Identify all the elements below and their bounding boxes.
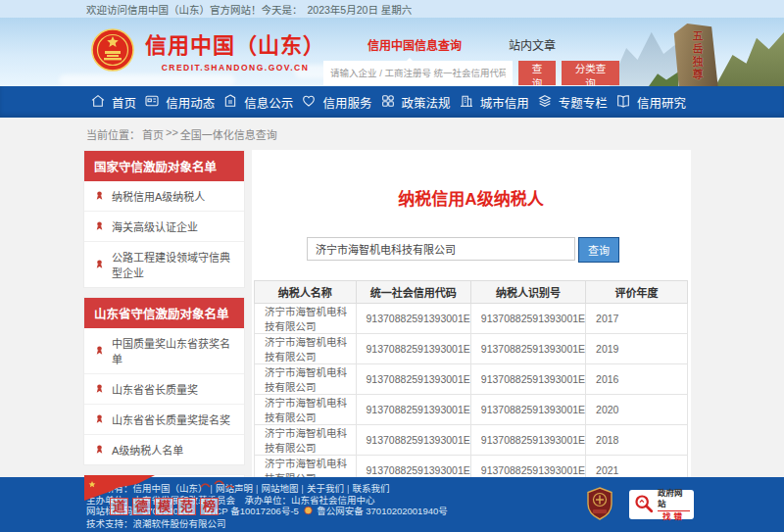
mountain-ridge — [715, 29, 784, 86]
footer-badges: 政府网站 找错 — [586, 487, 694, 522]
table-cell: 91370882591393001E — [356, 395, 470, 425]
table-cell: 济宁市海智机电科技有限公司 — [255, 425, 357, 456]
company-search-input[interactable] — [307, 237, 575, 261]
book-icon — [615, 93, 631, 112]
nav-item-信用动态[interactable]: 信用动态 — [144, 93, 215, 112]
nav-item-政策法规[interactable]: 政策法规 — [380, 93, 451, 112]
nav-item-信息公示[interactable]: 信息公示 — [222, 93, 293, 112]
breadcrumb-home-link[interactable]: 首页 — [142, 126, 164, 142]
medal-icon — [94, 444, 105, 457]
banner-character: 范 — [177, 498, 196, 515]
banner-character: 榜 — [200, 498, 219, 515]
banner-text: 道德模范榜 — [84, 497, 244, 515]
main-navigation: 首页信用动态信息公示信用服务政策法规城市信用专题专栏信用研究 — [0, 86, 784, 118]
nav-label: 城市信用 — [480, 93, 529, 112]
table-cell: 91370882591393001E — [470, 364, 585, 395]
footer-link[interactable]: 网站地图 — [261, 483, 298, 494]
welcome-bar: 欢迎访问信用中国（山东）官方网站！今天是： 2023年5月20日 星期六 — [0, 0, 784, 18]
table-cell: 2020 — [586, 395, 688, 425]
sidebar-item-label: 山东省省长质量奖提名奖 — [112, 411, 230, 427]
header-tab-credit-query[interactable]: 信用中国信息查询 — [368, 36, 462, 53]
table-row[interactable]: 济宁市海智机电科技有限公司91370882591393001E913708825… — [255, 364, 688, 395]
footer-link[interactable]: 关于我们 — [307, 483, 344, 494]
breadcrumb-prefix: 当前位置： — [86, 126, 140, 142]
nav-item-信用研究[interactable]: 信用研究 — [615, 93, 686, 112]
table-header-cell: 统一社会信用代码 — [356, 281, 470, 304]
nav-item-信用服务[interactable]: 信用服务 — [301, 93, 371, 112]
table-cell: 91370882591393001E — [470, 395, 585, 425]
table-cell: 91370882591393001E — [470, 334, 585, 364]
footer-separator: | — [344, 483, 352, 494]
nav-item-首页[interactable]: 首页 — [90, 93, 136, 112]
nav-label: 信用服务 — [322, 93, 371, 112]
content-area: 国家守信激励对象名单纳税信用A级纳税人海关高级认证企业公路工程建设领域守信典型企… — [83, 150, 691, 532]
birds-decoration — [199, 479, 238, 497]
footer-link[interactable]: 联系我们 — [352, 483, 389, 494]
wuyuedz-stone: 五岳独尊 — [670, 24, 723, 86]
company-search: 查询 — [307, 237, 688, 263]
sidebar-item[interactable]: A级纳税人名单 — [84, 435, 244, 464]
header-search-input[interactable] — [323, 61, 513, 85]
nav-label: 政策法规 — [402, 93, 451, 112]
sidebar-item-label: 中国质量奖山东省获奖名单 — [112, 335, 234, 366]
news-icon — [144, 93, 160, 112]
gov-badge-title: 政府网站 — [658, 488, 690, 511]
nav-item-城市信用[interactable]: 城市信用 — [459, 93, 529, 112]
welcome-text: 欢迎访问信用中国（山东）官方网站！今天是： — [86, 2, 303, 17]
site-title: 信用中国（山东） — [145, 27, 325, 59]
nav-label: 信用动态 — [166, 93, 215, 112]
site-domain: CREDIT.SHANDONG.GOV.CN — [162, 63, 310, 73]
shield-badge-icon[interactable] — [586, 487, 613, 522]
table-row[interactable]: 济宁市海智机电科技有限公司91370882591393001E913708825… — [255, 425, 688, 456]
table-cell: 济宁市海智机电科技有限公司 — [255, 364, 357, 395]
sidebar-section-1: 山东省守信激励对象名单中国质量奖山东省获奖名单山东省省长质量奖山东省省长质量奖提… — [83, 297, 245, 465]
security-badge-icon — [304, 506, 313, 518]
banner-character: 道 — [110, 498, 128, 515]
sidebar-item[interactable]: 山东省省长质量奖 — [84, 374, 244, 405]
sidebar-item-label: 山东省省长质量奖 — [112, 381, 198, 397]
table-row[interactable]: 济宁市海智机电科技有限公司91370882591393001E913708825… — [255, 304, 688, 334]
header-search-button[interactable]: 查询 — [518, 61, 556, 85]
breadcrumb-current: 全国一体化信息查询 — [180, 126, 277, 142]
table-cell: 济宁市海智机电科技有限公司 — [255, 334, 357, 364]
sidebar-item[interactable]: 海关高级认证企业 — [84, 212, 244, 242]
footer-separator: | — [253, 483, 261, 494]
sidebar-section-title: 山东省守信激励对象名单 — [84, 298, 244, 328]
footer-security-record-link[interactable]: 鲁公网安备 37010202001940号 — [317, 506, 448, 516]
sidebar-item[interactable]: 纳税信用A级纳税人 — [84, 181, 244, 212]
nav-label: 信用研究 — [637, 93, 686, 112]
sidebar-section-title: 国家守信激励对象名单 — [84, 151, 244, 181]
table-header-cell: 纳税人名称 — [255, 281, 357, 304]
table-row[interactable]: 济宁市海智机电科技有限公司91370882591393001E913708825… — [255, 334, 688, 364]
sidebar-section-0: 国家守信激励对象名单纳税信用A级纳税人海关高级认证企业公路工程建设领域守信典型企… — [83, 150, 245, 288]
gov-website-finderror-badge[interactable]: 政府网站 找错 — [629, 490, 694, 519]
table-header-cell: 评价年度 — [586, 281, 688, 304]
category-search-button[interactable]: 分类查询 — [562, 61, 619, 85]
header-search: 信用中国信息查询站内文章 查询 分类查询 — [323, 36, 619, 85]
medal-icon — [94, 190, 105, 203]
header-tab-site-articles[interactable]: 站内文章 — [509, 36, 556, 53]
medal-icon — [94, 383, 105, 396]
medal-icon — [94, 259, 105, 271]
grid-icon — [380, 93, 396, 112]
national-emblem-logo — [90, 27, 135, 76]
nav-label: 首页 — [112, 93, 136, 112]
table-header-cell: 纳税人识别号 — [470, 281, 585, 304]
sidebar-item[interactable]: 山东省省长质量奖提名奖 — [84, 405, 244, 435]
site-brand[interactable]: 信用中国（山东） CREDIT.SHANDONG.GOV.CN — [90, 27, 325, 76]
building-icon — [459, 93, 474, 112]
sidebar-item[interactable]: 公路工程建设领域守信典型企业 — [84, 242, 244, 287]
banner-character: 模 — [155, 498, 173, 515]
page-title: 纳税信用A级纳税人 — [254, 150, 688, 210]
company-search-button[interactable]: 查询 — [578, 237, 619, 263]
sidebar-item-label: 公路工程建设领域守信典型企业 — [112, 249, 234, 280]
sidebar-item[interactable]: 中国质量奖山东省获奖名单 — [84, 328, 244, 374]
table-row[interactable]: 济宁市海智机电科技有限公司91370882591393001E913708825… — [255, 395, 688, 425]
nav-item-专题专栏[interactable]: 专题专栏 — [537, 93, 608, 112]
footer-line-support: 技术支持：浪潮软件股份有限公司 — [86, 518, 448, 530]
sidebar-item-label: 纳税信用A级纳税人 — [112, 188, 205, 204]
breadcrumb-separator: >> — [166, 126, 178, 142]
table-cell: 91370882591393001E — [356, 425, 470, 456]
layers-icon — [537, 93, 553, 112]
page: 欢迎访问信用中国（山东）官方网站！今天是： 2023年5月20日 星期六 五岳独… — [0, 0, 784, 532]
